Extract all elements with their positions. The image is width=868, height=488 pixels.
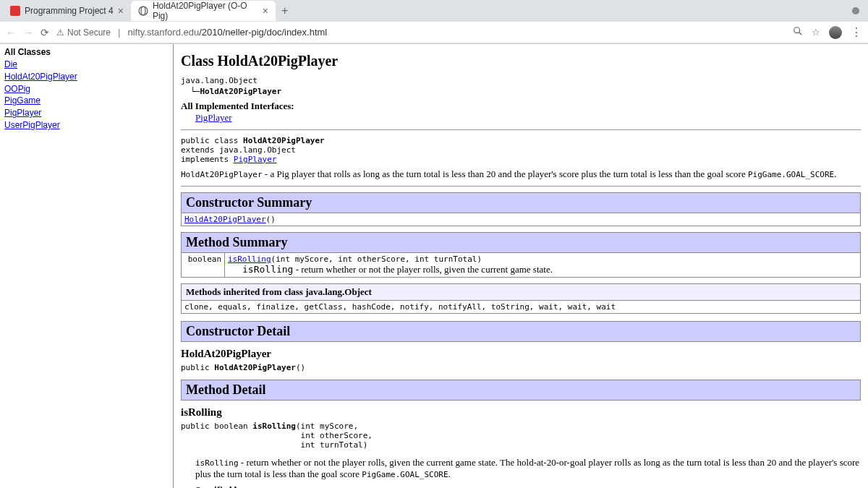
reload-button[interactable]: ⟳: [41, 27, 49, 38]
method-signature: public boolean isRolling(int myScore, in…: [181, 421, 861, 450]
impl-link-pigplayer[interactable]: PigPlayer: [195, 112, 232, 123]
method-summary-table: Method Summary boolean isRolling(int myS…: [181, 232, 861, 278]
back-button[interactable]: ←: [6, 27, 16, 38]
warning-icon: ⚠: [56, 27, 64, 38]
class-description: HoldAt20PigPlayer - a Pig player that ro…: [181, 168, 861, 180]
sidebar-link-oopig[interactable]: OOPig: [4, 83, 169, 95]
tab-inactive[interactable]: Programming Project 4 ×: [3, 1, 131, 21]
specified-by-label: Specified by:: [195, 484, 861, 488]
star-icon[interactable]: ☆: [812, 27, 820, 38]
class-title: Class HoldAt20PigPlayer: [181, 53, 861, 69]
divider: [181, 186, 861, 187]
constructor-link[interactable]: HoldAt20PigPlayer: [184, 215, 266, 224]
constructor-signature: public HoldAt20PigPlayer(): [181, 363, 861, 372]
svg-line-4: [799, 33, 802, 35]
tab-bar: Programming Project 4 × HoldAt20PigPlaye…: [0, 0, 868, 22]
inheritance-tree: java.lang.Object └─HoldAt20PigPlayer: [181, 75, 861, 98]
toolbar-icons: ☆ ⋮: [793, 25, 862, 39]
browser-chrome: Programming Project 4 × HoldAt20PigPlaye…: [0, 0, 868, 44]
address-bar: ← → ⟳ ⚠ Not Secure | nifty.stanford.edu/…: [0, 22, 868, 43]
tab-favicon-icon: [10, 6, 20, 16]
sidebar-link-pigplayer[interactable]: PigPlayer: [4, 107, 169, 119]
svg-point-1: [139, 7, 148, 15]
constructor-summary-header: Constructor Summary: [182, 192, 861, 213]
forward-button[interactable]: →: [23, 27, 33, 38]
tab-title: HoldAt20PigPlayer (O-O Pig): [153, 1, 258, 21]
sidebar-link-userpigplayer[interactable]: UserPigPlayer: [4, 119, 169, 132]
menu-icon[interactable]: ⋮: [851, 25, 862, 39]
method-name: isRolling: [181, 406, 861, 419]
inherited-methods-table: Methods inherited from class java.lang.O…: [181, 283, 861, 314]
inherited-methods: clone, equals, finalize, getClass, hashC…: [182, 300, 861, 313]
decl-link-pigplayer[interactable]: PigPlayer: [234, 155, 277, 164]
constructor-name: HoldAt20PigPlayer: [181, 348, 861, 360]
tab-title: Programming Project 4: [25, 6, 114, 16]
svg-point-2: [141, 7, 145, 15]
url-separator: |: [118, 27, 120, 38]
svg-rect-0: [10, 6, 20, 16]
search-icon[interactable]: [793, 26, 803, 38]
constructor-detail-header: Constructor Detail: [181, 321, 861, 342]
method-description: isRolling - return whether or not the pl…: [195, 457, 861, 480]
sidebar-link-die[interactable]: Die: [4, 59, 169, 71]
close-icon[interactable]: ×: [263, 5, 268, 17]
method-link-isrolling[interactable]: isRolling: [228, 254, 271, 264]
frameset: All Classes Die HoldAt20PigPlayer OOPig …: [0, 44, 868, 488]
security-indicator[interactable]: ⚠ Not Secure: [56, 27, 111, 38]
tab-active[interactable]: HoldAt20PigPlayer (O-O Pig) ×: [131, 1, 276, 21]
close-icon[interactable]: ×: [118, 5, 124, 17]
sidebar-link-holdat20[interactable]: HoldAt20PigPlayer: [4, 71, 169, 83]
sidebar-frame: All Classes Die HoldAt20PigPlayer OOPig …: [0, 44, 174, 488]
tab-favicon-icon: [138, 6, 148, 16]
sidebar-link-piggame[interactable]: PigGame: [4, 95, 169, 107]
all-implemented: All Implemented Interfaces: PigPlayer: [181, 100, 861, 124]
method-row: isRolling(int myScore, int otherScore, i…: [225, 252, 861, 277]
inherited-header: Methods inherited from class java.lang.O…: [182, 283, 861, 300]
constructor-row: HoldAt20PigPlayer(): [182, 213, 861, 226]
window-control-icon[interactable]: [852, 7, 859, 14]
constructor-summary-table: Constructor Summary HoldAt20PigPlayer(): [181, 192, 861, 226]
main-frame: Class HoldAt20PigPlayer java.lang.Object…: [173, 44, 868, 488]
method-body: isRolling - return whether or not the pl…: [195, 457, 861, 488]
profile-avatar[interactable]: [829, 26, 842, 39]
new-tab-button[interactable]: +: [276, 4, 294, 17]
method-summary-header: Method Summary: [182, 232, 861, 252]
svg-point-3: [794, 27, 800, 33]
divider: [181, 129, 861, 130]
method-return-type: boolean: [182, 252, 225, 277]
sidebar-heading: All Classes: [4, 47, 169, 57]
method-detail-header: Method Detail: [181, 380, 861, 401]
url-field[interactable]: nifty.stanford.edu/2010/neller-pig/doc/i…: [127, 27, 786, 38]
class-declaration: public class HoldAt20PigPlayer extends j…: [181, 136, 861, 164]
